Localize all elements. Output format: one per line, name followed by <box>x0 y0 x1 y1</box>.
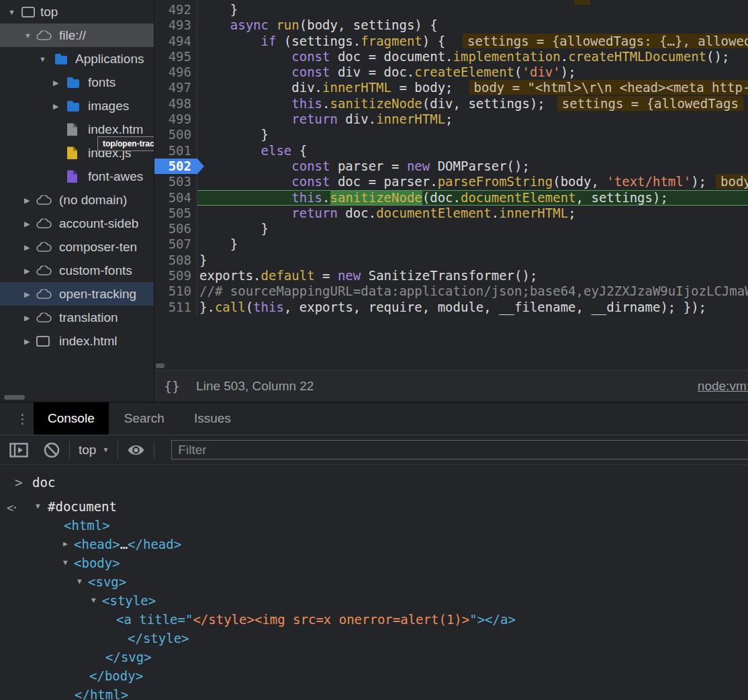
line-number-gutter[interactable]: 498 <box>154 96 197 112</box>
editor-horizontal-scrollbar[interactable] <box>154 361 748 370</box>
dom-tree-row[interactable]: </svg> <box>0 648 748 666</box>
tab-search[interactable]: Search <box>110 402 179 435</box>
sidebar-item-top[interactable]: ▼top <box>0 0 154 24</box>
line-number[interactable]: 503 <box>169 174 191 189</box>
line-number-gutter[interactable]: 505 <box>154 206 197 221</box>
dom-tree-row[interactable]: </style> <box>0 629 748 648</box>
console-sidebar-toggle-icon[interactable] <box>9 443 28 457</box>
disclosure-triangle-icon[interactable]: ▶ <box>24 243 30 251</box>
line-number[interactable]: 493 <box>169 17 191 33</box>
line-number-gutter[interactable]: 510 <box>154 283 197 299</box>
line-number[interactable]: 505 <box>169 206 191 221</box>
execution-context-selector[interactable]: top ▼ <box>79 443 109 457</box>
dom-node-text: <body> <box>74 554 120 572</box>
line-number-gutter[interactable]: 501 <box>154 143 197 159</box>
sidebar-item-fonts[interactable]: ▶fonts <box>0 71 154 94</box>
source-link[interactable]: node:vm: <box>698 379 748 394</box>
sidebar-item-translation[interactable]: ▶translation <box>0 306 154 329</box>
line-number[interactable]: 502 <box>169 159 191 174</box>
sidebar-horizontal-scrollbar[interactable] <box>4 395 25 400</box>
line-number-gutter[interactable]: 497 <box>154 80 197 95</box>
line-number-gutter[interactable]: 503 <box>154 174 197 189</box>
line-number-gutter[interactable]: 504 <box>154 190 197 206</box>
disclosure-triangle-icon[interactable]: ▼ <box>24 32 32 39</box>
disclosure-triangle-icon[interactable]: ▶ <box>53 102 58 110</box>
line-number-gutter[interactable]: 511 <box>154 300 197 315</box>
disclosure-triangle-icon[interactable]: ▶ <box>24 196 30 204</box>
dom-tree-row[interactable]: <html> <box>0 516 748 535</box>
dom-tree-row[interactable]: ▶<head>…</head> <box>0 535 748 554</box>
code-text: exports.default = new SanitizeTransforme… <box>197 268 748 283</box>
dom-tree-row[interactable]: ▼<style> <box>0 591 748 610</box>
tab-console[interactable]: Console <box>34 402 109 435</box>
line-number-gutter[interactable]: 506 <box>154 221 197 236</box>
disclosure-triangle-icon[interactable]: ▼ <box>77 572 82 591</box>
live-expression-eye-icon[interactable] <box>127 444 145 456</box>
sidebar-item-images[interactable]: ▶images <box>0 94 154 118</box>
tab-issues[interactable]: Issues <box>180 402 245 435</box>
line-number[interactable]: 504 <box>169 190 191 206</box>
disclosure-triangle-icon[interactable]: ▶ <box>24 290 30 298</box>
code-token: ( <box>514 64 522 79</box>
line-number[interactable]: 492 <box>169 2 191 17</box>
line-number[interactable]: 506 <box>169 221 191 236</box>
line-number[interactable]: 511 <box>169 300 191 315</box>
line-number-gutter[interactable]: 507 <box>154 236 197 252</box>
line-number[interactable]: 510 <box>169 283 191 299</box>
disclosure-triangle-icon[interactable]: ▶ <box>24 314 30 321</box>
disclosure-triangle-icon[interactable]: ▶ <box>24 337 30 345</box>
line-number-gutter[interactable]: 492 <box>154 2 197 17</box>
sidebar-item-account-sideb[interactable]: ▶account-sideb <box>0 212 154 235</box>
line-number[interactable]: 495 <box>169 49 191 64</box>
line-number-gutter[interactable]: 496 <box>154 64 197 80</box>
clear-console-icon[interactable] <box>43 441 60 459</box>
line-number[interactable]: 509 <box>169 268 191 283</box>
disclosure-triangle-icon[interactable]: ▼ <box>39 55 46 62</box>
filter-input[interactable] <box>171 440 748 460</box>
line-number-gutter[interactable]: 509 <box>154 268 197 283</box>
code-token: (doc. <box>422 190 461 205</box>
sidebar-item-index-html[interactable]: ▶index.html <box>0 329 154 353</box>
disclosure-triangle-icon[interactable]: ▶ <box>53 79 58 86</box>
disclosure-triangle-icon[interactable]: ▼ <box>63 554 68 572</box>
line-number-gutter[interactable]: 500 <box>154 127 197 142</box>
disclosure-triangle-icon[interactable]: ▼ <box>91 591 96 610</box>
pretty-print-icon[interactable]: {} <box>164 378 180 394</box>
more-options-icon[interactable]: ⋮ <box>16 412 29 425</box>
sidebar-item-font-awes[interactable]: font-awes <box>0 165 154 188</box>
line-number-gutter[interactable]: 493 <box>154 17 197 33</box>
dom-tree-row[interactable]: ▼<body> <box>0 554 748 572</box>
line-number[interactable]: 498 <box>169 96 191 112</box>
scrollbar-thumb[interactable] <box>156 363 165 368</box>
disclosure-triangle-icon[interactable]: ▼ <box>36 497 40 516</box>
dom-tree-row[interactable]: ▼<svg> <box>0 572 748 591</box>
dom-tree-row[interactable]: </body> <box>0 666 748 685</box>
sidebar-item-composer-ten[interactable]: ▶composer-ten <box>0 235 154 259</box>
sidebar-item-applications[interactable]: ▼Applications <box>0 47 154 71</box>
disclosure-triangle-icon[interactable]: ▼ <box>8 8 15 15</box>
dom-tree-row[interactable]: <a title="</style><img src=x onerror=ale… <box>0 610 748 629</box>
line-number[interactable]: 508 <box>169 253 191 268</box>
line-number-gutter[interactable]: 494 <box>154 34 197 49</box>
line-number[interactable]: 494 <box>169 34 191 49</box>
dom-tree-row[interactable]: </html> <box>0 685 748 700</box>
sidebar-item-file[interactable]: ▼file:// <box>0 24 154 47</box>
sidebar-item-custom-fonts[interactable]: ▶custom-fonts <box>0 259 154 282</box>
line-number[interactable]: 500 <box>169 127 191 142</box>
sidebar-item-no-domain[interactable]: ▶(no domain) <box>0 188 154 212</box>
line-number[interactable]: 497 <box>169 80 191 95</box>
sidebar-item-open-tracking[interactable]: ▶open-tracking <box>0 282 154 306</box>
disclosure-triangle-icon[interactable]: ▶ <box>24 267 30 274</box>
line-number[interactable]: 501 <box>169 143 191 159</box>
line-number-gutter[interactable]: 499 <box>154 112 197 127</box>
line-number-gutter[interactable]: 502 <box>154 159 197 174</box>
line-number[interactable]: 496 <box>169 64 191 80</box>
line-number[interactable]: 507 <box>169 236 191 252</box>
disclosure-triangle-icon[interactable]: ▶ <box>63 535 68 554</box>
line-number[interactable]: 499 <box>169 112 191 127</box>
code-token: 'text/html' <box>606 174 691 189</box>
line-number-gutter[interactable]: 508 <box>154 253 197 268</box>
disclosure-triangle-icon[interactable]: ▶ <box>24 220 30 227</box>
dom-tree-row[interactable]: ▼#document <box>0 497 748 516</box>
line-number-gutter[interactable]: 495 <box>154 49 197 64</box>
